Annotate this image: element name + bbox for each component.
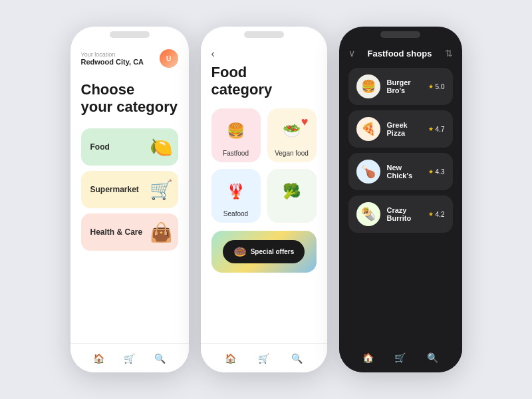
home-icon-3[interactable]: 🏠 (362, 351, 375, 364)
back-button-3[interactable]: ∨ (348, 48, 355, 59)
screen-3: ∨ Fastfood shops ⇅ 🍔 Burger Bro's ★ 5.0 … (339, 43, 462, 343)
greek-pizza-name: Greek Pizza (387, 121, 422, 137)
avatar[interactable]: U (160, 49, 178, 68)
home-icon-2[interactable]: 🏠 (224, 352, 237, 365)
restaurant-item-crazy-burrito[interactable]: 🌯 Crazy Burrito ★ 4.2 (348, 196, 453, 233)
cart-icon-3[interactable]: 🛒 (394, 351, 407, 364)
notch-3 (380, 31, 420, 38)
special-offers-text: Special offers (251, 248, 295, 255)
screen-2: ‹ Food category 🍔 Fastfood ♥ 🥗 Vegan foo… (201, 43, 327, 343)
food-category-grid: 🍔 Fastfood ♥ 🥗 Vegan food 🦞 Seafood 🥦 (211, 108, 317, 223)
bottom-nav-3: 🏠 🛒 🔍 (339, 343, 462, 372)
phone-food-category: ‹ Food category 🍔 Fastfood ♥ 🥗 Vegan foo… (201, 27, 327, 372)
greens-card[interactable]: 🥦 (267, 169, 317, 223)
fastfood-card[interactable]: 🍔 Fastfood (211, 108, 261, 162)
notch-2 (244, 31, 284, 38)
seafood-card[interactable]: 🦞 Seafood (211, 169, 261, 223)
notch-bar-2 (201, 27, 327, 43)
shops-header: ∨ Fastfood shops ⇅ (348, 48, 453, 59)
burger-bros-name: Burger Bro's (387, 78, 422, 94)
search-icon-2[interactable]: 🔍 (291, 352, 304, 365)
search-icon-3[interactable]: 🔍 (426, 351, 439, 364)
vegan-card[interactable]: ♥ 🥗 Vegan food (267, 108, 317, 162)
page-title-1: Choose your category (81, 81, 178, 116)
back-button-2[interactable]: ‹ (211, 48, 317, 60)
supermarket-emoji: 🛒 (150, 178, 173, 200)
health-emoji: 👜 (150, 221, 173, 243)
greek-pizza-rating: ★ 4.7 (428, 126, 445, 133)
fastfood-label: Fastfood (223, 150, 249, 157)
star-icon-2: ★ (428, 168, 434, 175)
greek-pizza-icon: 🍕 (356, 117, 380, 141)
bottom-nav-1: 🏠 🛒 🔍 (70, 343, 189, 372)
page-title-2: Food category (211, 64, 317, 99)
restaurant-item-greek-pizza[interactable]: 🍕 Greek Pizza ★ 4.7 (348, 110, 453, 148)
phone-categories: Your location Redwood City, CA U Choose … (70, 27, 189, 372)
bottom-nav-2: 🏠 🛒 🔍 (201, 343, 327, 372)
health-category-card[interactable]: Health & Care 👜 (81, 213, 178, 251)
health-label: Health & Care (90, 227, 143, 237)
fastfood-icon: 🍔 (221, 116, 251, 146)
seafood-label: Seafood (223, 210, 248, 217)
greens-icon: 🥦 (277, 177, 307, 206)
cart-icon-1[interactable]: 🛒 (123, 352, 136, 365)
star-icon-0: ★ (428, 83, 434, 90)
location-text: Your location Redwood City, CA (81, 51, 144, 66)
cart-icon-2[interactable]: 🛒 (257, 352, 271, 365)
food-label: Food (90, 142, 110, 152)
star-icon-1: ★ (428, 126, 434, 132)
special-offers-emoji: 🍩 (233, 245, 247, 258)
supermarket-label: Supermarket (90, 185, 139, 194)
heart-icon: ♥ (301, 115, 309, 129)
notch-1 (110, 31, 150, 38)
new-chick-name: New Chick's (387, 164, 422, 180)
phone-fastfood-shops: ∨ Fastfood shops ⇅ 🍔 Burger Bro's ★ 5.0 … (339, 27, 462, 372)
notch-bar-3 (339, 27, 462, 43)
seafood-icon: 🦞 (221, 177, 251, 206)
search-icon-1[interactable]: 🔍 (154, 352, 167, 365)
food-emoji: 🍋 (150, 136, 173, 158)
location-bar: Your location Redwood City, CA U (81, 49, 178, 68)
new-chick-rating: ★ 4.3 (428, 168, 445, 176)
burger-bros-rating: ★ 5.0 (428, 83, 445, 90)
shops-title: Fastfood shops (368, 49, 432, 59)
location-city: Redwood City, CA (81, 58, 144, 66)
screen-1: Your location Redwood City, CA U Choose … (70, 43, 189, 343)
restaurant-item-burger-bros[interactable]: 🍔 Burger Bro's ★ 5.0 (348, 68, 453, 105)
supermarket-category-card[interactable]: Supermarket 🛒 (81, 171, 178, 208)
home-icon-1[interactable]: 🏠 (92, 352, 106, 365)
food-category-card[interactable]: Food 🍋 (81, 128, 178, 166)
new-chick-icon: 🍗 (356, 160, 380, 184)
vegan-label: Vegan food (275, 150, 309, 157)
crazy-burrito-icon: 🌯 (356, 202, 380, 226)
location-label: Your location (81, 51, 144, 58)
crazy-burrito-name: Crazy Burrito (387, 206, 422, 222)
special-offers-button[interactable]: 🍩 Special offers (211, 231, 317, 273)
filter-icon[interactable]: ⇅ (445, 48, 453, 59)
burger-bros-icon: 🍔 (356, 74, 380, 98)
restaurant-item-new-chick[interactable]: 🍗 New Chick's ★ 4.3 (348, 153, 453, 190)
notch-bar-1 (70, 27, 189, 43)
crazy-burrito-rating: ★ 4.2 (428, 211, 445, 218)
star-icon-3: ★ (428, 211, 434, 217)
special-offers-pill: 🍩 Special offers (223, 240, 305, 263)
